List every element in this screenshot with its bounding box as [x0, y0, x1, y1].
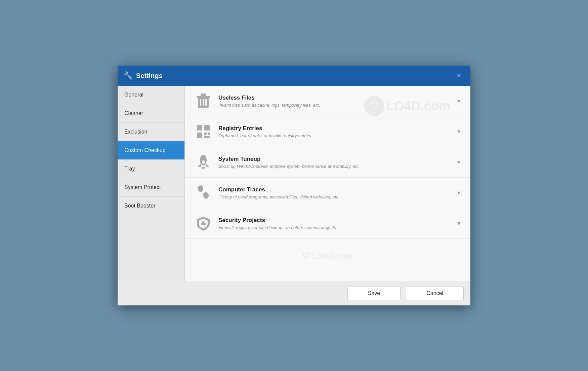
useless-files-chevron: ▾ [457, 97, 460, 105]
dialog-body: General Cleaner Exclusion Custom Checkup… [118, 86, 470, 281]
svg-point-15 [202, 160, 205, 164]
save-button[interactable]: Save [347, 287, 401, 300]
title-bar: 🔧 Settings × [118, 66, 470, 86]
svg-rect-11 [204, 136, 210, 138]
svg-marker-13 [198, 163, 201, 167]
security-projects-item[interactable]: Security Projects Firewall, registry, re… [185, 208, 470, 239]
svg-rect-4 [203, 99, 204, 106]
sidebar-item-cleaner[interactable]: Cleaner [118, 104, 184, 123]
useless-files-title: Useless Files [218, 95, 454, 101]
sidebar: General Cleaner Exclusion Custom Checkup… [118, 86, 185, 281]
svg-rect-7 [204, 125, 210, 131]
sidebar-item-general[interactable]: General [118, 86, 184, 104]
sidebar-item-exclusion[interactable]: Exclusion [118, 123, 184, 141]
dialog-title: Settings [136, 72, 454, 80]
registry-entries-desc: Orphaned, out-of-date, or invalid regist… [218, 133, 454, 138]
svg-rect-1 [197, 96, 210, 98]
security-projects-desc: Firewall, registry, remote desktop, and … [218, 225, 454, 230]
computer-traces-chevron: ▾ [457, 189, 460, 196]
rocket-icon [195, 154, 212, 171]
system-tuneup-item[interactable]: System Tuneup Boost up Windows speed, im… [185, 147, 470, 178]
close-button[interactable]: × [454, 70, 464, 81]
svg-rect-10 [208, 133, 210, 135]
sidebar-item-boot-booster[interactable]: Boot Booster [118, 197, 184, 215]
wrench-icon: 🔧 [124, 71, 133, 80]
watermark-bottom: 🛡 LO4D.com [302, 251, 353, 261]
computer-traces-item[interactable]: Computer Traces History of used programs… [185, 178, 470, 208]
dialog-footer: Save Cancel [118, 281, 470, 305]
security-projects-chevron: ▾ [457, 220, 460, 227]
registry-entries-title: Registry Entries [218, 125, 454, 132]
svg-rect-6 [197, 125, 202, 131]
system-tuneup-chevron: ▾ [457, 158, 460, 166]
security-projects-title: Security Projects [218, 217, 454, 224]
sidebar-item-system-protect[interactable]: System Protect [118, 178, 184, 197]
registry-entries-chevron: ▾ [457, 128, 460, 135]
registry-icon [195, 123, 212, 140]
system-tuneup-text: System Tuneup Boost up Windows speed, im… [218, 156, 454, 169]
useless-files-item[interactable]: Useless Files Invalid files such as cach… [185, 86, 470, 116]
svg-marker-16 [201, 167, 206, 170]
svg-rect-8 [197, 133, 202, 138]
system-tuneup-desc: Boost up Windows speed, improve system p… [218, 164, 454, 169]
cancel-button[interactable]: Cancel [406, 287, 464, 300]
useless-files-text: Useless Files Invalid files such as cach… [218, 95, 454, 108]
svg-rect-5 [205, 99, 207, 106]
system-tuneup-title: System Tuneup [218, 156, 454, 162]
svg-rect-3 [200, 99, 201, 106]
svg-rect-22 [201, 223, 206, 225]
content-area: 🛡 LO4D.com Useless Files [185, 86, 470, 281]
footprints-icon [195, 184, 212, 201]
security-projects-text: Security Projects Firewall, registry, re… [218, 217, 454, 230]
sidebar-item-tray[interactable]: Tray [118, 160, 184, 178]
computer-traces-desc: History of used programs, accessed files… [218, 194, 454, 199]
sidebar-item-custom-checkup[interactable]: Custom Checkup [118, 141, 184, 160]
trash-icon [195, 92, 212, 109]
settings-dialog: 🔧 Settings × General Cleaner Exclusion C… [118, 66, 470, 305]
shield-icon [195, 215, 212, 232]
svg-marker-14 [206, 163, 209, 167]
registry-entries-text: Registry Entries Orphaned, out-of-date, … [218, 125, 454, 138]
useless-files-desc: Invalid files such as cache, logs, tempo… [218, 103, 454, 108]
computer-traces-title: Computer Traces [218, 186, 454, 193]
svg-rect-9 [204, 133, 207, 135]
computer-traces-text: Computer Traces History of used programs… [218, 186, 454, 199]
svg-rect-2 [201, 94, 206, 96]
registry-entries-item[interactable]: Registry Entries Orphaned, out-of-date, … [185, 116, 470, 147]
